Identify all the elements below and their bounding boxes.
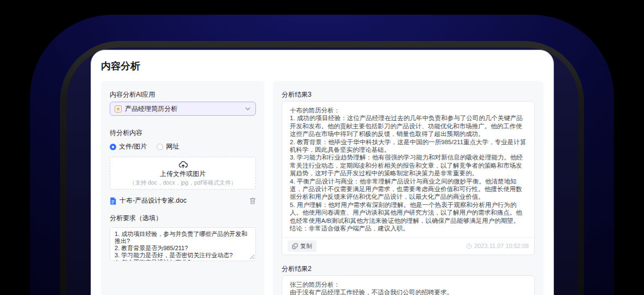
result-group-3: 分析结果3 十布的简历分析： 1. 成功的项目经验：这位产品经理在过去的几年中负… <box>282 90 535 255</box>
radio-file-image-label: 文件/图片 <box>119 142 147 151</box>
upload-dropzone[interactable]: 上传文件或图片 （支持 doc，docx，jpg，pdf等格式文件） <box>110 157 256 190</box>
upload-title: 上传文件或图片 <box>160 169 206 178</box>
source-type-radios: 文件/图片 网址 <box>110 142 256 151</box>
radio-file-image[interactable]: 文件/图片 <box>110 142 147 151</box>
result-group-2: 分析结果2 张三的简历分析： 由于没有产品经理工作经验，不适合我们公司的招聘要求… <box>282 264 535 295</box>
requirements-input[interactable]: 1. 成功项目经验，参与并负责了哪些产品的开发和推出? 2. 教育背景是否为98… <box>110 227 256 261</box>
app-select-label: 内容分析AI应用 <box>110 90 256 99</box>
radio-unselected-icon[interactable] <box>157 144 163 150</box>
requirements-label: 分析要求（选填） <box>110 213 256 223</box>
content-section-label: 待分析内容 <box>110 128 256 138</box>
result-3-label: 分析结果3 <box>282 90 535 99</box>
result-3-timestamp: 2023.11.07 10:52:08 <box>466 243 529 249</box>
cloud-upload-icon <box>178 161 188 169</box>
requirements-wrap: 1. 成功项目经验，参与并负责了哪些产品的开发和推出? 2. 教育背景是否为98… <box>110 227 256 261</box>
result-2-label: 分析结果2 <box>282 264 535 274</box>
timestamp-text: 2023.11.07 10:52:08 <box>474 243 529 249</box>
content-analysis-window: 内容分析 内容分析AI应用 产品经理简历分析 待分析内容 文件/图片 <box>91 50 554 295</box>
uploaded-file-name: 十布-产品设计专家.doc <box>120 196 187 205</box>
upload-hint: （支持 doc，docx，jpg，pdf等格式文件） <box>129 179 237 186</box>
clock-icon <box>466 243 472 249</box>
result-2-card: 张三的简历分析： 由于没有产品经理工作经验，不适合我们公司的招聘要求。 但好在态… <box>282 275 535 295</box>
app-select-value: 产品经理简历分析 <box>125 104 177 114</box>
app-select[interactable]: 产品经理简历分析 <box>110 102 256 116</box>
radio-url-label: 网址 <box>166 142 179 151</box>
radio-url[interactable]: 网址 <box>157 142 179 151</box>
result-3-card: 十布的简历分析： 1. 成功的项目经验：这位产品经理在过去的几年中负责和参与了公… <box>282 101 535 255</box>
copy-label: 复制 <box>300 242 312 250</box>
doc-file-icon <box>110 197 116 205</box>
chevron-down-icon <box>245 105 251 112</box>
radio-selected-icon[interactable] <box>110 144 116 150</box>
result-2-text: 张三的简历分析： 由于没有产品经理工作经验，不适合我们公司的招聘要求。 但好在态… <box>282 276 534 295</box>
results-panel: 分析结果3 十布的简历分析： 1. 成功的项目经验：这位产品经理在过去的几年中负… <box>273 81 544 295</box>
uploaded-file-row: 十布-产品设计专家.doc <box>110 196 256 205</box>
result-3-text: 十布的简历分析： 1. 成功的项目经验：这位产品经理在过去的几年中负责和参与了公… <box>282 102 534 237</box>
page-title: 内容分析 <box>101 59 544 73</box>
panels-row: 内容分析AI应用 产品经理简历分析 待分析内容 文件/图片 网址 <box>101 81 544 295</box>
analysis-form-panel: 内容分析AI应用 产品经理简历分析 待分析内容 文件/图片 网址 <box>101 81 265 295</box>
copy-button[interactable]: 复制 <box>288 240 317 252</box>
copy-icon <box>292 243 298 249</box>
trash-icon[interactable] <box>249 197 256 204</box>
app-icon <box>115 105 122 113</box>
result-3-footer: 复制 2023.11.07 10:52:08 <box>282 237 534 255</box>
